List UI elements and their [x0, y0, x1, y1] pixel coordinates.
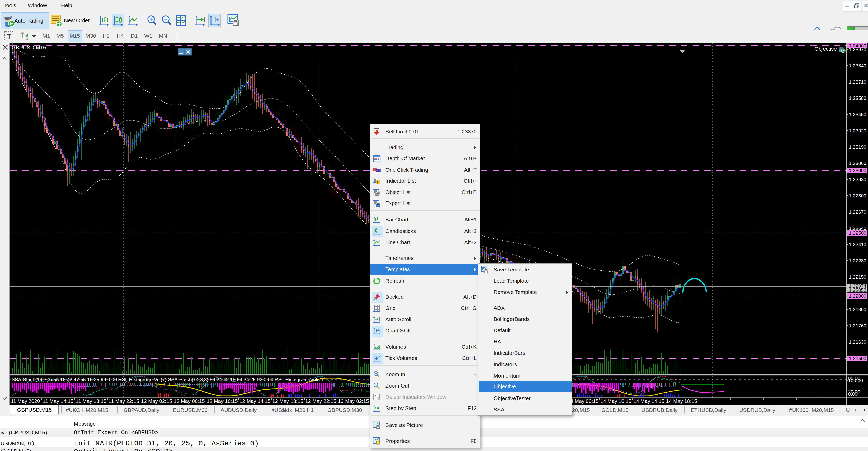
svg-text:1.22410: 1.22410	[849, 242, 866, 247]
svg-text:12 May 18:15: 12 May 18:15	[272, 398, 303, 404]
svg-text:SSA-Stoch(14,3,3) 55.16 42.47: SSA-Stoch(14,3,3) 55.16 42.47 55.16 25.9…	[11, 377, 323, 383]
svg-text:14 May 14:15: 14 May 14:15	[633, 398, 664, 404]
svg-text:11 May 18:15: 11 May 18:15	[76, 398, 106, 404]
svg-text:14 May 18:15: 14 May 18:15	[666, 398, 697, 404]
svg-text:1.22500: 1.22500	[849, 230, 866, 236]
svg-text:0.00: 0.00	[848, 391, 858, 397]
svg-text:T: T	[7, 32, 11, 40]
svg-text:12 May 10:15: 12 May 10:15	[207, 398, 238, 404]
svg-text:12 May 02:15: 12 May 02:15	[141, 398, 172, 404]
svg-text:13 May 02:15: 13 May 02:15	[338, 398, 369, 404]
svg-text:1.22540: 1.22540	[849, 225, 866, 231]
svg-text:11 May 2020: 11 May 2020	[11, 398, 40, 404]
svg-text:1.22000: 1.22000	[849, 293, 866, 299]
svg-text:1.22670: 1.22670	[849, 209, 866, 215]
svg-text:1.23710: 1.23710	[849, 79, 866, 85]
svg-text:12 May 22:15: 12 May 22:15	[305, 398, 336, 404]
svg-text:1.22280: 1.22280	[849, 258, 866, 263]
svg-text:12 May 06:15: 12 May 06:15	[174, 398, 205, 404]
svg-text:14 May 10:15: 14 May 10:15	[600, 398, 631, 404]
svg-text:1.23060: 1.23060	[849, 161, 866, 166]
svg-text:1.23000: 1.23000	[849, 168, 866, 173]
svg-text:14 May 06:15: 14 May 06:15	[567, 398, 598, 404]
svg-text:1.23320: 1.23320	[849, 128, 866, 133]
svg-text:1.21760: 1.21760	[849, 323, 866, 329]
svg-text:1.22800: 1.22800	[849, 193, 866, 198]
svg-text:1.21500: 1.21500	[849, 356, 866, 361]
svg-text:12 May 14:15: 12 May 14:15	[239, 398, 270, 404]
svg-text:1.21890: 1.21890	[849, 307, 866, 312]
svg-text:100.00: 100.00	[848, 378, 863, 383]
svg-text:1.22052: 1.22052	[849, 287, 866, 293]
svg-text:1.22930: 1.22930	[849, 177, 866, 182]
svg-text:1.23190: 1.23190	[849, 144, 866, 150]
svg-text:11 May 14:15: 11 May 14:15	[43, 398, 73, 404]
svg-text:1.23580: 1.23580	[849, 95, 866, 101]
svg-text:1.23840: 1.23840	[849, 63, 866, 68]
svg-text:1.24000: 1.24000	[849, 43, 866, 48]
svg-text:GBPUSD,M15: GBPUSD,M15	[11, 45, 46, 50]
svg-text:11 May 22:15: 11 May 22:15	[108, 398, 139, 404]
svg-text:Objective: Objective	[814, 46, 837, 52]
svg-text:1.21630: 1.21630	[849, 339, 866, 345]
svg-text:1.22150: 1.22150	[849, 274, 866, 280]
svg-text:1.23450: 1.23450	[849, 112, 866, 117]
